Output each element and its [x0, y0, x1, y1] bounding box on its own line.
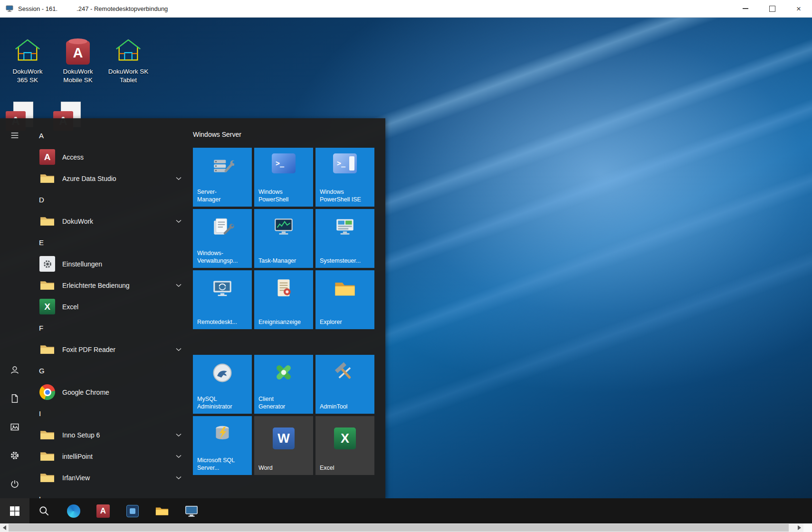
- powershell-icon: >_: [254, 153, 313, 173]
- chevron-down-icon[interactable]: [176, 455, 182, 458]
- taskbar-pinned-app-button[interactable]: [118, 498, 147, 523]
- app-item-dokuwork[interactable]: DokuWork: [29, 210, 186, 232]
- app-item-einstellungen[interactable]: Einstellungen: [29, 253, 186, 275]
- rail-documents-button[interactable]: [0, 388, 29, 409]
- app-item-inno-setup-6[interactable]: Inno Setup 6: [29, 424, 186, 446]
- tile-explorer[interactable]: Explorer: [315, 270, 374, 329]
- app-letter-f[interactable]: F: [29, 317, 186, 339]
- house-wireframe-icon: [3, 31, 52, 65]
- tile-group-title[interactable]: Windows Server: [193, 131, 241, 138]
- tile-client-generator[interactable]: Client Generator: [254, 355, 313, 414]
- edge-browser-icon: [67, 504, 80, 518]
- house-wireframe-icon: [104, 31, 153, 65]
- mysql-administrator-icon: [193, 361, 252, 385]
- taskbar-access-button[interactable]: A: [88, 498, 118, 523]
- task-manager-icon: [254, 215, 313, 238]
- start-menu-rail: [0, 118, 29, 498]
- app-letter-e[interactable]: E: [29, 232, 186, 253]
- chevron-down-icon[interactable]: [176, 284, 182, 287]
- control-panel-icon: [315, 215, 374, 238]
- scrollbar-thumb[interactable]: [9, 524, 789, 532]
- monitor-icon: [184, 504, 199, 518]
- chevron-down-icon[interactable]: [176, 476, 182, 480]
- rdp-window: Session - 161..247 - Remotedesktopverbin…: [0, 0, 812, 532]
- tile-windows-powershell-ise[interactable]: >_ Windows PowerShell ISE: [315, 148, 374, 207]
- tile-server-manager[interactable]: Server- Manager: [193, 148, 252, 207]
- dark-app-icon: [126, 505, 139, 517]
- tile-ereignisanzeige[interactable]: Ereignisanzeige: [254, 270, 313, 329]
- document-icon: [10, 393, 20, 404]
- maximize-icon: [769, 6, 775, 12]
- remote-desktop-area: DokuWork 365 SK A DokuWork Mobile SK Dok…: [0, 17, 812, 523]
- rail-user-button[interactable]: [0, 359, 29, 381]
- chevron-down-icon[interactable]: [176, 219, 182, 223]
- window-titlebar: Session - 161..247 - Remotedesktopverbin…: [0, 0, 812, 18]
- horizontal-scrollbar[interactable]: [0, 523, 812, 532]
- admin-tools-icon: [193, 215, 252, 238]
- magnifier-icon: [38, 505, 50, 517]
- rdp-window-icon: [6, 5, 13, 12]
- folder-icon: [39, 469, 56, 486]
- tile-mysql-administrator[interactable]: MySQL Administrator: [193, 355, 252, 414]
- app-item-foxit-pdf-reader[interactable]: Foxit PDF Reader: [29, 339, 186, 360]
- chevron-down-icon[interactable]: [176, 433, 182, 437]
- taskbar-edge-button[interactable]: [59, 498, 88, 523]
- taskbar-search-button[interactable]: [29, 498, 59, 523]
- rail-pictures-button[interactable]: [0, 416, 29, 438]
- app-letter-a[interactable]: A: [29, 125, 186, 146]
- close-icon: ×: [796, 5, 801, 13]
- app-letter-i[interactable]: I: [29, 403, 186, 424]
- app-letter-d[interactable]: D: [29, 189, 186, 210]
- power-icon: [10, 479, 20, 489]
- app-item-access[interactable]: A Access: [29, 146, 186, 168]
- tile-word[interactable]: W Word: [254, 416, 313, 475]
- user-icon: [10, 365, 20, 375]
- desktop-icon-dokuwork-365[interactable]: DokuWork 365 SK: [3, 31, 52, 84]
- desktop-icon-dokuwork-tablet[interactable]: DokuWork SK Tablet: [104, 31, 153, 84]
- chrome-icon: [39, 384, 56, 400]
- app-letter-g[interactable]: G: [29, 360, 186, 381]
- remote-desktop-icon: [193, 276, 252, 300]
- server-manager-icon: [193, 153, 252, 177]
- word-icon: W: [254, 428, 313, 449]
- folder-icon: [39, 341, 56, 358]
- app-letter-l[interactable]: L: [29, 488, 186, 498]
- desktop-icon-dokuwork-mobile[interactable]: A DokuWork Mobile SK: [53, 31, 103, 84]
- tile-excel[interactable]: X Excel: [315, 416, 374, 475]
- tile-microsoft-sql-server[interactable]: Microsoft SQL Server...: [193, 416, 252, 475]
- tile-group-2: MySQL Administrator Client Generator Adm…: [193, 355, 374, 475]
- tile-systemsteuerung[interactable]: Systemsteuer...: [315, 209, 374, 268]
- rail-settings-button[interactable]: [0, 445, 29, 466]
- app-list: A A Access Azure Data Studio D DokuWork …: [29, 118, 186, 498]
- app-item-irfanview[interactable]: IrfanView: [29, 467, 186, 488]
- app-item-excel[interactable]: X Excel: [29, 296, 186, 317]
- admin-tool-icon: [315, 361, 374, 384]
- scrollbar-corner: [803, 523, 812, 532]
- scroll-right-arrow[interactable]: [795, 523, 803, 532]
- taskbar-start-button[interactable]: [0, 498, 29, 523]
- tile-admintool[interactable]: AdminTool: [315, 355, 374, 414]
- client-generator-icon: [254, 361, 313, 384]
- minimize-button[interactable]: [732, 0, 759, 17]
- chevron-down-icon[interactable]: [176, 348, 182, 352]
- maximize-button[interactable]: [759, 0, 785, 17]
- rail-menu-button[interactable]: [0, 124, 29, 146]
- tile-remotedesktopverbindung[interactable]: Remotedeskt...: [193, 270, 252, 329]
- app-item-azure-data-studio[interactable]: Azure Data Studio: [29, 168, 186, 189]
- taskbar-remote-desktop-button[interactable]: [177, 498, 206, 523]
- tile-windows-powershell[interactable]: >_ Windows PowerShell: [254, 148, 313, 207]
- tile-task-manager[interactable]: Task-Manager: [254, 209, 313, 268]
- chevron-down-icon[interactable]: [176, 177, 182, 180]
- taskbar-file-explorer-button[interactable]: [147, 498, 177, 523]
- powershell-ise-icon: >_: [315, 153, 374, 173]
- windows-logo-icon: [9, 505, 20, 517]
- app-item-google-chrome[interactable]: Google Chrome: [29, 381, 186, 403]
- app-item-erleichterte-bedienung[interactable]: Erleichterte Bedienung: [29, 275, 186, 296]
- tile-windows-verwaltungsprogramme[interactable]: Windows- Verwaltungsp...: [193, 209, 252, 268]
- folder-icon: [39, 448, 56, 465]
- scroll-left-arrow[interactable]: [0, 523, 9, 532]
- app-item-intellipoint[interactable]: intelliPoint: [29, 446, 186, 467]
- close-button[interactable]: ×: [785, 0, 812, 17]
- rail-power-button[interactable]: [0, 473, 29, 495]
- pictures-icon: [10, 422, 20, 432]
